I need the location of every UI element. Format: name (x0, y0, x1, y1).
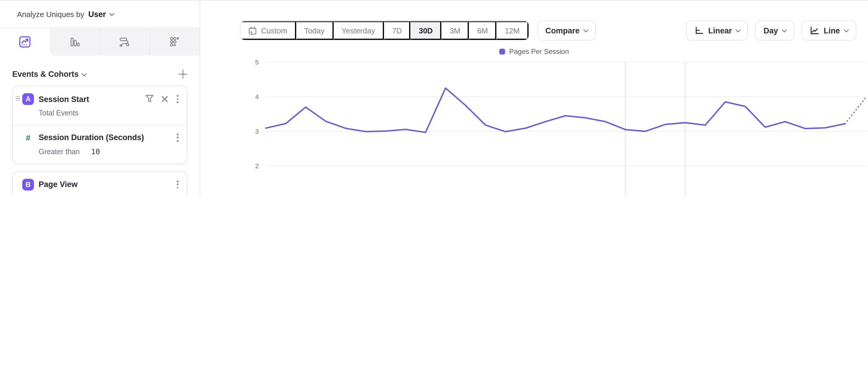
chevron-down-icon (844, 28, 849, 32)
chevron-down-icon (736, 28, 741, 32)
filter-funnel-icon[interactable] (145, 95, 154, 104)
tab-funnels[interactable] (50, 28, 99, 56)
kebab-menu-icon[interactable] (176, 94, 180, 104)
range-yesterday[interactable]: Yesterday (333, 21, 384, 40)
analyze-header: Analyze Uniques by User (0, 1, 199, 28)
range-custom[interactable]: Custom (241, 21, 296, 40)
property-filter-row[interactable]: # Session Duration (Seconds) (13, 125, 187, 143)
number-property-icon: # (22, 133, 34, 142)
chart-line-forecast (845, 99, 865, 124)
range-12m[interactable]: 12M (497, 21, 529, 40)
event-row[interactable]: A Session Start (13, 86, 187, 105)
event-letter-badge: B (22, 178, 34, 190)
property-filter-condition[interactable]: Greater than 10 (13, 143, 187, 163)
event-letter-badge: A (22, 93, 34, 105)
y-tick-label: 5 (255, 59, 259, 66)
calendar-icon (248, 26, 257, 35)
analyze-value-dropdown[interactable]: User (88, 10, 106, 19)
filter-operator[interactable]: Greater than (39, 147, 80, 156)
range-30d[interactable]: 30D (411, 21, 442, 40)
event-row[interactable]: B Page View (13, 171, 187, 190)
interval-dropdown[interactable]: Day (755, 21, 795, 40)
tab-flows[interactable] (99, 28, 150, 56)
compare-button[interactable]: Compare (537, 21, 596, 40)
chevron-down-icon (82, 71, 87, 76)
funnels-bars-icon (68, 36, 81, 48)
tab-insights[interactable] (0, 28, 50, 56)
flows-icon (119, 36, 131, 48)
insights-line-chart-icon (19, 36, 31, 48)
legend-label[interactable]: Pages Per Session (509, 47, 569, 55)
chart-legend: Pages Per Session (200, 47, 868, 56)
range-7d[interactable]: 7D (384, 21, 411, 40)
range-3m[interactable]: 3M (442, 21, 469, 40)
chart-line (266, 88, 845, 133)
chevron-down-icon (782, 28, 787, 32)
date-range-control: Custom Today Yesterday 7D 30D 3M 6M 12M (240, 21, 529, 40)
filter-value[interactable]: 10 (91, 147, 100, 156)
drag-handle-icon[interactable] (16, 96, 20, 101)
add-event-button[interactable] (179, 70, 187, 79)
event-card-session-start: A Session Start Total Events # Session D (12, 86, 187, 164)
events-section-title: Events & Cohorts (12, 70, 79, 79)
query-sidebar: Analyze Uniques by User (0, 1, 200, 196)
report-type-tabs (0, 28, 199, 56)
y-tick-label: 2 (255, 162, 259, 170)
tab-retention[interactable] (150, 28, 200, 56)
event-title: Session Start (39, 95, 145, 104)
events-section-header: Events & Cohorts (12, 70, 187, 79)
chart-type-dropdown[interactable]: Line (801, 21, 856, 40)
event-measurement[interactable]: Total Events (13, 190, 187, 196)
event-measurement[interactable]: Total Events (13, 105, 187, 125)
remove-event-icon[interactable] (161, 96, 168, 102)
event-title: Page View (39, 180, 176, 189)
y-tick-label: 4 (255, 93, 259, 101)
kebab-menu-icon[interactable] (176, 179, 180, 190)
report-main: Custom Today Yesterday 7D 30D 3M 6M 12M … (200, 1, 868, 196)
range-6m[interactable]: 6M (469, 21, 497, 40)
analyze-label: Analyze Uniques by (17, 10, 84, 19)
chevron-down-icon (109, 11, 114, 16)
query-builder: Events & Cohorts A Session Start (0, 56, 199, 196)
chart-toolbar: Custom Today Yesterday 7D 30D 3M 6M 12M … (240, 21, 856, 40)
chevron-down-icon (584, 28, 589, 32)
kebab-menu-icon[interactable] (176, 133, 180, 143)
retention-dots-icon (168, 36, 181, 48)
insights-report: Analyze Uniques by User (0, 0, 868, 196)
event-card-page-view: B Page View Total Events (12, 171, 187, 196)
legend-swatch (499, 48, 505, 54)
line-chart-icon (809, 26, 819, 35)
property-filter-title: Session Duration (Seconds) (39, 133, 176, 142)
y-tick-label: 3 (255, 128, 259, 135)
linear-axis-icon (694, 26, 704, 35)
range-today[interactable]: Today (296, 21, 333, 40)
scale-dropdown[interactable]: Linear (686, 21, 748, 40)
line-chart[interactable]: 012345Jun 22Jun 24Jun 26Jun 28Jun 30Jul … (200, 57, 867, 196)
